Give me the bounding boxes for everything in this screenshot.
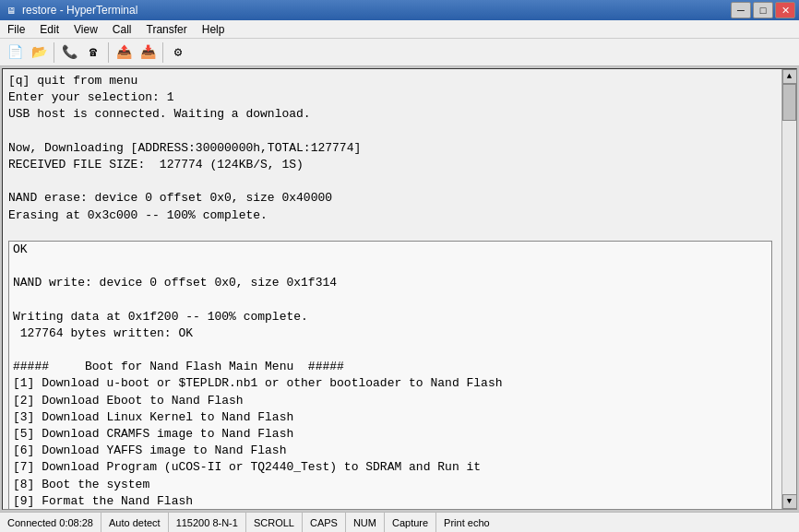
status-connected: Connected 0:08:28: [0, 513, 101, 532]
status-scroll: SCROLL: [246, 513, 303, 532]
title-bar-controls: ─ □ ✕: [731, 2, 795, 18]
status-num: NUM: [346, 513, 385, 532]
menu-call[interactable]: Call: [105, 20, 139, 38]
scrollbar[interactable]: ▲ ▼: [781, 69, 796, 509]
scrollbar-track[interactable]: [782, 84, 796, 494]
scroll-up-button[interactable]: ▲: [782, 69, 797, 84]
toolbar-sep-2: [108, 42, 109, 63]
toolbar: 📄 📂 📞 ☎ 📤 📥 ⚙: [0, 39, 799, 66]
toolbar-sep-1: [54, 42, 54, 63]
status-bar: Connected 0:08:28 Auto detect 115200 8-N…: [0, 512, 799, 532]
window-title: restore - HyperTerminal: [22, 4, 137, 17]
menu-help[interactable]: Help: [195, 20, 233, 38]
menu-edit[interactable]: Edit: [32, 20, 66, 38]
send-button[interactable]: 📤: [113, 41, 135, 64]
terminal-container: [q] quit from menu Enter your selection:…: [2, 68, 797, 510]
menu-bar: File Edit View Call Transfer Help: [0, 20, 799, 39]
maximize-button[interactable]: □: [753, 2, 773, 18]
open-button[interactable]: 📂: [28, 41, 50, 64]
title-bar-left: 🖥 restore - HyperTerminal: [4, 3, 137, 18]
terminal-wrapper: [q] quit from menu Enter your selection:…: [0, 66, 799, 512]
status-auto-detect: Auto detect: [101, 513, 169, 532]
new-button[interactable]: 📄: [4, 41, 26, 64]
menu-transfer[interactable]: Transfer: [139, 20, 195, 38]
receive-button[interactable]: 📥: [137, 41, 159, 64]
menu-view[interactable]: View: [66, 20, 105, 38]
disconnect-button[interactable]: ☎: [82, 41, 104, 64]
properties-button[interactable]: ⚙: [167, 41, 189, 64]
minimize-button[interactable]: ─: [731, 2, 751, 18]
scroll-down-button[interactable]: ▼: [782, 494, 797, 509]
toolbar-sep-3: [162, 42, 163, 63]
scrollbar-thumb[interactable]: [782, 84, 796, 121]
call-button[interactable]: 📞: [58, 41, 80, 64]
close-button[interactable]: ✕: [775, 2, 795, 18]
menu-file[interactable]: File: [0, 20, 32, 38]
terminal-content[interactable]: [q] quit from menu Enter your selection:…: [3, 69, 781, 509]
status-print-echo: Print echo: [436, 513, 497, 532]
app-icon: 🖥: [4, 3, 18, 18]
status-capture: Capture: [385, 513, 436, 532]
status-caps: CAPS: [303, 513, 346, 532]
status-baud: 115200 8-N-1: [169, 513, 246, 532]
title-bar: 🖥 restore - HyperTerminal ─ □ ✕: [0, 0, 799, 20]
